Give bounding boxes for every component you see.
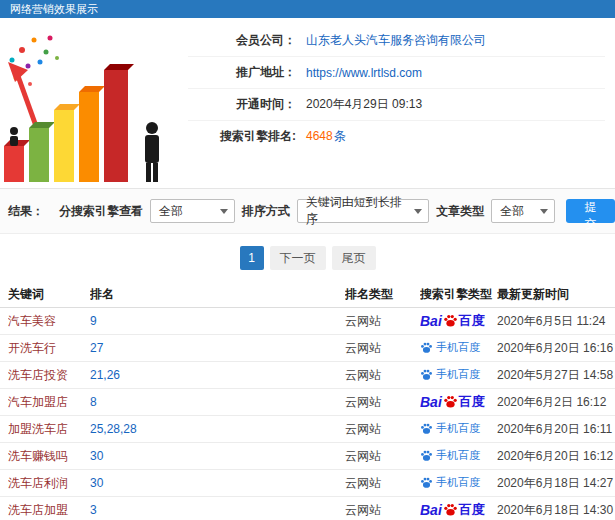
- table-row: 开洗车行 27 云网站 Bai 百度 手机百度: [0, 335, 615, 362]
- filter-controls: 分搜索引擎查看 全部 排序方式 关键词由短到长排序 文章类型 全部 提交: [59, 199, 615, 223]
- rank-link[interactable]: 25,28,28: [90, 422, 345, 436]
- type-filter-select[interactable]: 全部: [491, 199, 555, 223]
- mobile-baidu-logo: 手机百度: [420, 367, 480, 382]
- last-page-button[interactable]: 尾页: [332, 246, 376, 270]
- engine-cell: Bai 百度 手机百度: [420, 367, 497, 384]
- paw-icon: [420, 341, 433, 354]
- chevron-down-icon: [414, 209, 422, 214]
- mobile-baidu-logo: 手机百度: [420, 340, 480, 355]
- filter-bar: 结果： 分搜索引擎查看 全部 排序方式 关键词由短到长排序 文章类型 全部 提交: [0, 188, 615, 234]
- rank-type-cell: 云网站: [345, 367, 420, 384]
- engine-rank-unit: 条: [334, 129, 346, 143]
- table-row: 洗车赚钱吗 30 云网站 Bai 百度 手机百度: [0, 443, 615, 470]
- chevron-down-icon: [540, 209, 548, 214]
- company-link[interactable]: 山东老人头汽车服务咨询有限公司: [306, 32, 486, 49]
- promo-url-row: 推广地址： https://www.lrtlsd.com: [188, 64, 605, 89]
- rank-type-cell: 云网站: [345, 448, 420, 465]
- table-row: 汽车加盟店 8 云网站 Bai 百度 手机百度: [0, 389, 615, 416]
- table-row: 洗车店利润 30 云网站 Bai 百度 手机百度: [0, 470, 615, 497]
- update-time-cell: 2020年5月27日 14:58: [497, 367, 615, 384]
- submit-button[interactable]: 提交: [566, 199, 615, 223]
- paw-icon: [420, 449, 433, 462]
- engine-cell: Bai 百度 手机百度: [420, 421, 497, 438]
- update-time-cell: 2020年6月18日 14:30: [497, 502, 615, 519]
- mobile-baidu-logo: 手机百度: [420, 475, 480, 490]
- engine-rank-label: 搜索引擎排名:: [188, 128, 296, 145]
- paw-icon: [443, 394, 458, 409]
- promo-url-link[interactable]: https://www.lrtlsd.com: [306, 66, 422, 80]
- sort-filter-select[interactable]: 关键词由短到长排序: [297, 199, 430, 223]
- rank-link[interactable]: 30: [90, 476, 345, 490]
- update-time-cell: 2020年6月20日 16:12: [497, 448, 615, 465]
- table-row: 加盟洗车店 25,28,28 云网站 Bai 百度 手机百度: [0, 416, 615, 443]
- keyword-cell: 加盟洗车店: [8, 421, 90, 438]
- rank-type-cell: 云网站: [345, 340, 420, 357]
- keyword-cell: 洗车店利润: [8, 475, 90, 492]
- rank-link[interactable]: 8: [90, 395, 345, 409]
- update-time-cell: 2020年6月20日 16:11: [497, 421, 615, 438]
- engine-cell: Bai 百度 手机百度: [420, 340, 497, 357]
- rank-link[interactable]: 9: [90, 314, 345, 328]
- rank-link[interactable]: 27: [90, 341, 345, 355]
- keyword-cell: 汽车加盟店: [8, 394, 90, 411]
- mobile-baidu-logo: 手机百度: [420, 421, 480, 436]
- engine-rank-count: 4648: [306, 129, 333, 143]
- keyword-cell: 汽车美容: [8, 313, 90, 330]
- keyword-cell: 洗车店加盟: [8, 502, 90, 519]
- chevron-down-icon: [220, 209, 228, 214]
- engine-filter-select[interactable]: 全部: [150, 199, 235, 223]
- rank-type-cell: 云网站: [345, 475, 420, 492]
- result-section-label: 结果：: [0, 203, 59, 220]
- rank-link[interactable]: 30: [90, 449, 345, 463]
- growth-chart-graphic: [2, 24, 184, 184]
- paw-icon: [443, 502, 458, 517]
- paw-icon: [420, 476, 433, 489]
- info-section: 会员公司： 山东老人头汽车服务咨询有限公司 推广地址： https://www.…: [0, 18, 615, 188]
- update-time-cell: 2020年6月2日 16:12: [497, 394, 615, 411]
- open-time-value: 2020年4月29日 09:13: [306, 96, 422, 113]
- baidu-logo: Bai 百度: [420, 394, 485, 409]
- update-time-cell: 2020年6月5日 11:24: [497, 313, 615, 330]
- next-page-button[interactable]: 下一页: [270, 246, 326, 270]
- engine-filter-label: 分搜索引擎查看: [59, 203, 143, 220]
- engine-cell: Bai 百度 手机百度: [420, 502, 497, 518]
- bar-chart-illustration: [0, 18, 188, 188]
- rank-type-cell: 云网站: [345, 421, 420, 438]
- type-filter-label: 文章类型: [436, 203, 484, 220]
- col-header-rank: 排名: [90, 286, 345, 303]
- col-header-keyword: 关键词: [8, 286, 90, 303]
- table-body: 汽车美容 9 云网站 Bai 百度 手机百度 2: [0, 308, 615, 520]
- rank-link[interactable]: 3: [90, 503, 345, 517]
- paw-icon: [420, 422, 433, 435]
- keyword-rank-table: 关键词 排名 排名类型 搜索引擎类型 最新更新时间 汽车美容 9 云网站 Bai…: [0, 282, 615, 520]
- company-label: 会员公司：: [188, 32, 296, 49]
- page: 网络营销效果展示: [0, 0, 615, 520]
- rank-type-cell: 云网站: [345, 313, 420, 330]
- paw-icon: [443, 313, 458, 328]
- mobile-baidu-logo: 手机百度: [420, 448, 480, 463]
- col-header-update-time: 最新更新时间: [497, 286, 615, 303]
- rank-type-cell: 云网站: [345, 394, 420, 411]
- baidu-logo: Bai 百度: [420, 502, 485, 517]
- promo-url-label: 推广地址：: [188, 64, 296, 81]
- keyword-cell: 洗车赚钱吗: [8, 448, 90, 465]
- table-row: 洗车店投资 21,26 云网站 Bai 百度 手机百度: [0, 362, 615, 389]
- engine-cell: Bai 百度 手机百度: [420, 448, 497, 465]
- table-header-row: 关键词 排名 排名类型 搜索引擎类型 最新更新时间: [0, 282, 615, 308]
- engine-cell: Bai 百度 手机百度: [420, 313, 497, 329]
- table-row: 汽车美容 9 云网站 Bai 百度 手机百度 2: [0, 308, 615, 335]
- sort-filter-label: 排序方式: [242, 203, 290, 220]
- account-info: 会员公司： 山东老人头汽车服务咨询有限公司 推广地址： https://www.…: [188, 18, 615, 188]
- update-time-cell: 2020年6月18日 14:27: [497, 475, 615, 492]
- keyword-cell: 开洗车行: [8, 340, 90, 357]
- rank-link[interactable]: 21,26: [90, 368, 345, 382]
- open-time-row: 开通时间： 2020年4月29日 09:13: [188, 96, 605, 121]
- page-title: 网络营销效果展示: [10, 3, 98, 15]
- col-header-rank-type: 排名类型: [345, 286, 420, 303]
- baidu-logo: Bai 百度: [420, 313, 485, 328]
- page-number-current[interactable]: 1: [240, 246, 264, 270]
- paw-icon: [420, 368, 433, 381]
- update-time-cell: 2020年6月20日 16:16: [497, 340, 615, 357]
- type-filter-value: 全部: [500, 203, 524, 220]
- company-row: 会员公司： 山东老人头汽车服务咨询有限公司: [188, 32, 605, 57]
